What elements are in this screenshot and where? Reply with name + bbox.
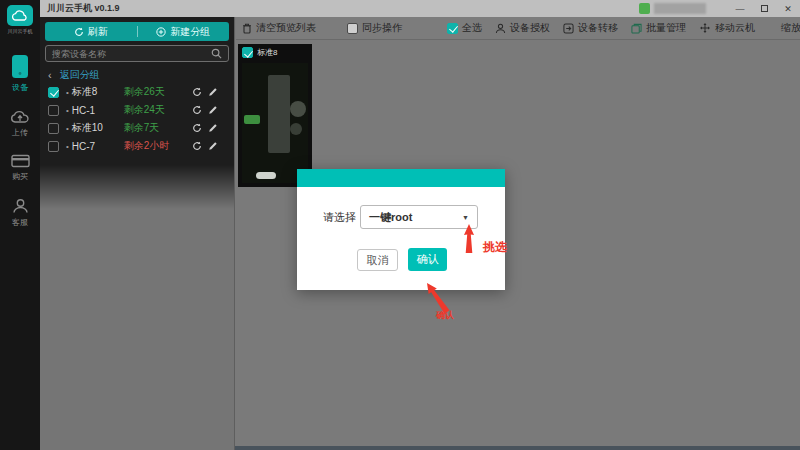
select-all-label: 全选 [462, 21, 482, 35]
sync-label: 同步操作 [362, 21, 402, 35]
card-icon [11, 154, 30, 168]
select-all-toggle[interactable]: 全选 [447, 21, 482, 35]
device-search-box [45, 45, 229, 62]
confirm-button[interactable]: 确认 [408, 248, 447, 271]
app-title: 川川云手机 v0.1.9 [47, 2, 120, 15]
move-icon [699, 22, 711, 34]
device-auth-label: 设备授权 [510, 21, 550, 35]
search-input[interactable] [52, 49, 211, 59]
move-cloud-label: 移动云机 [715, 21, 755, 35]
refresh-button[interactable]: 刷新 [45, 22, 137, 41]
device-row[interactable]: • HC-7 剩余2小时 [40, 137, 234, 155]
bullet: • [66, 106, 69, 115]
sidebar-item-upload[interactable]: 上传 [10, 109, 30, 138]
close-button[interactable]: ✕ [776, 0, 800, 17]
device-remaining: 剩余2小时 [124, 139, 186, 153]
new-group-label: 新建分组 [170, 25, 210, 39]
edit-icon[interactable] [208, 123, 218, 133]
device-remaining: 剩余26天 [124, 85, 186, 99]
move-cloud-button[interactable]: 移动云机 [699, 21, 755, 35]
screen-gear-shape [290, 101, 306, 117]
clear-preview-button[interactable]: 清空预览列表 [242, 21, 316, 35]
preview-device-label: 标准8 [257, 47, 277, 58]
device-remaining: 剩余24天 [124, 103, 186, 117]
cloud-upload-icon [10, 109, 30, 124]
preview-checkbox[interactable] [242, 47, 253, 58]
batch-manage-button[interactable]: 批量管理 [631, 21, 686, 35]
screen-green-shape [244, 115, 260, 124]
phone-icon [11, 54, 29, 79]
restart-icon[interactable] [192, 141, 202, 151]
search-icon[interactable] [211, 48, 222, 59]
device-name: HC-1 [72, 105, 124, 116]
device-row[interactable]: • HC-1 剩余24天 [40, 101, 234, 119]
panel-action-bar: 刷新 新建分组 [45, 22, 229, 41]
select-label: 请选择 [323, 210, 356, 225]
sidebar-item-support[interactable]: 客服 [12, 198, 29, 228]
user-avatar[interactable] [639, 3, 650, 14]
device-name: 标准10 [72, 121, 124, 135]
device-checkbox[interactable] [48, 87, 59, 98]
cancel-button[interactable]: 取消 [357, 249, 398, 271]
sidebar-item-buy[interactable]: 购买 [11, 154, 30, 182]
device-screen-preview[interactable] [242, 63, 308, 183]
left-nav-rail: 川川云手机 设备 上传 购买 客服 [0, 0, 40, 450]
app-logo [7, 5, 33, 26]
device-checkbox[interactable] [48, 141, 59, 152]
device-name: 标准8 [72, 85, 124, 99]
title-bar: 川川云手机 v0.1.9 — ✕ [40, 0, 800, 17]
device-row[interactable]: • 标准10 剩余7天 [40, 119, 234, 137]
restart-icon[interactable] [192, 123, 202, 133]
bullet: • [66, 88, 69, 97]
sidebar-item-label: 购买 [12, 171, 28, 182]
dropdown-value: 一键root [369, 210, 462, 225]
minimize-button[interactable]: — [728, 0, 752, 17]
clear-preview-label: 清空预览列表 [256, 21, 316, 35]
screen-pill-shape [256, 172, 276, 179]
back-to-groups-label: 返回分组 [60, 68, 100, 82]
back-to-groups[interactable]: ‹ 返回分组 [48, 68, 100, 82]
chevron-down-icon: ▼ [462, 214, 469, 221]
action-dropdown[interactable]: 一键root ▼ [360, 205, 478, 229]
new-group-button[interactable]: 新建分组 [138, 22, 230, 41]
device-preview-card[interactable]: 标准8 [238, 44, 312, 187]
plus-circle-icon [156, 27, 166, 37]
select-all-checkbox[interactable] [447, 23, 458, 34]
device-auth-button[interactable]: 设备授权 [495, 21, 550, 35]
screen-dialog-shape [268, 75, 290, 153]
person-icon [495, 23, 506, 34]
restart-icon[interactable] [192, 87, 202, 97]
refresh-icon [74, 27, 84, 37]
batch-manage-label: 批量管理 [646, 21, 686, 35]
dialog-header [297, 169, 505, 187]
sync-checkbox[interactable] [347, 23, 358, 34]
edit-icon[interactable] [208, 87, 218, 97]
restart-icon[interactable] [192, 105, 202, 115]
preview-card-header: 标准8 [238, 44, 312, 61]
device-transfer-button[interactable]: 设备转移 [563, 21, 618, 35]
sidebar-item-label: 设备 [12, 82, 28, 93]
device-rows: • 标准8 剩余26天 • HC-1 剩余24天 • 标准10 剩余7天 • H… [40, 83, 234, 155]
maximize-button[interactable] [752, 0, 776, 17]
sidebar-item-label: 客服 [12, 217, 28, 228]
device-checkbox[interactable] [48, 105, 59, 116]
device-list-panel: 刷新 新建分组 ‹ 返回分组 • 标准8 剩余26天 • HC-1 剩余24天 [40, 17, 235, 450]
device-row[interactable]: • 标准8 剩余26天 [40, 83, 234, 101]
refresh-label: 刷新 [88, 25, 108, 39]
device-remaining: 剩余7天 [124, 121, 186, 135]
device-checkbox[interactable] [48, 123, 59, 134]
sidebar-item-label: 上传 [12, 127, 28, 138]
top-toolbar: 清空预览列表 同步操作 全选 设备授权 设备转移 批量管理 移动云机 缩放等级：… [236, 17, 800, 40]
sidebar-item-devices[interactable]: 设备 [11, 54, 29, 93]
maximize-icon [761, 5, 768, 12]
user-name-redacted [654, 3, 706, 14]
transfer-icon [563, 23, 574, 34]
edit-icon[interactable] [208, 141, 218, 151]
root-select-dialog: 请选择 一键root ▼ 取消 确认 [297, 169, 505, 290]
app-logo-text: 川川云手机 [8, 28, 33, 34]
edit-icon[interactable] [208, 105, 218, 115]
zoom-level-dropdown[interactable]: 缩放等级：90% ▼ [781, 21, 800, 35]
chevron-left-icon: ‹ [48, 69, 52, 81]
bullet: • [66, 142, 69, 151]
sync-operation-toggle[interactable]: 同步操作 [347, 21, 402, 35]
